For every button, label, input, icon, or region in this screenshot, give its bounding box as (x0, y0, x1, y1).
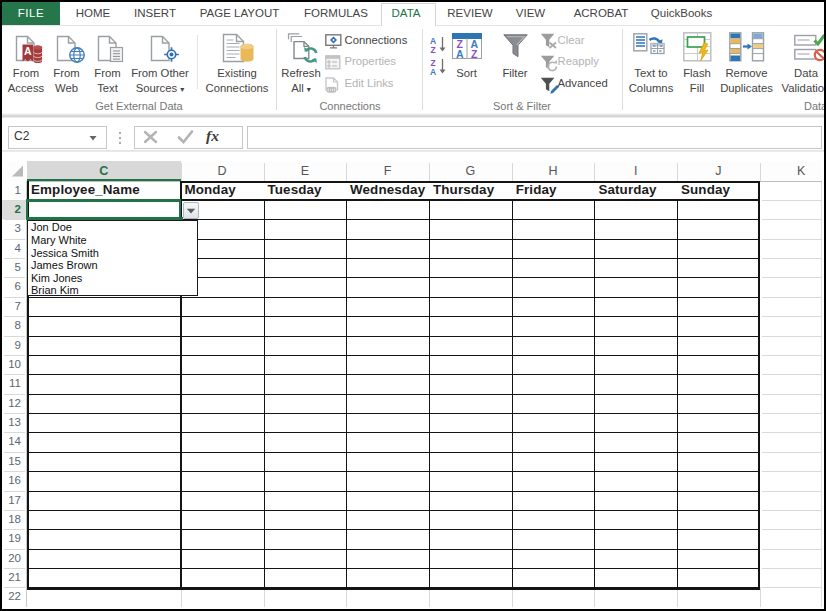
svg-text:A: A (24, 45, 32, 57)
svg-text:A: A (456, 48, 464, 60)
svg-text:Z: Z (430, 45, 435, 54)
svg-text:A: A (430, 67, 436, 76)
svg-text:Z: Z (471, 48, 478, 60)
